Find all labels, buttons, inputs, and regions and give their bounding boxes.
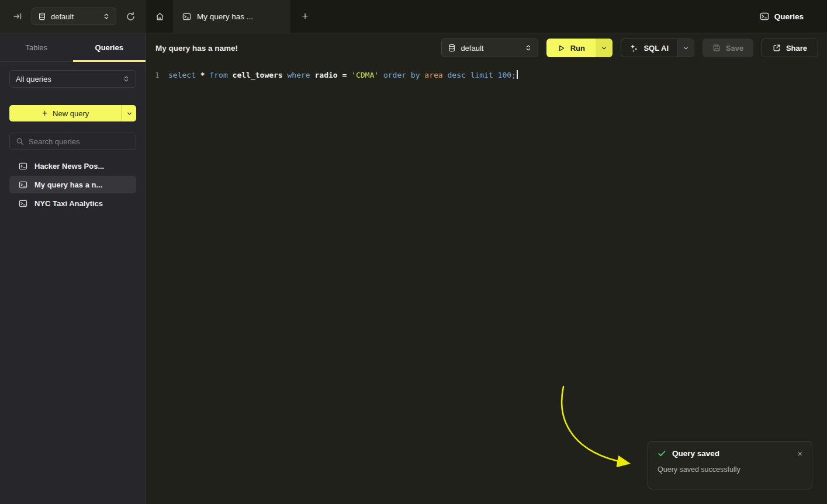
editor-database-selector[interactable]: default <box>441 39 538 57</box>
toast-message: Query saved successfully <box>658 465 802 474</box>
check-icon <box>658 449 666 458</box>
tab-queries[interactable]: Queries <box>73 33 146 61</box>
sql-editor[interactable]: 1 select * from cell_towers where radio … <box>146 62 827 179</box>
select-chevrons-icon <box>123 75 130 82</box>
toast-title: Query saved <box>672 449 788 458</box>
run-button[interactable]: Run <box>546 39 596 57</box>
query-search-input[interactable] <box>29 137 132 146</box>
new-query-split-button: + New query <box>9 105 136 121</box>
line-number: 1 <box>146 69 168 179</box>
query-filter-select[interactable]: All queries <box>9 70 136 88</box>
close-icon: × <box>797 449 802 458</box>
save-button-label: Save <box>726 44 743 53</box>
collapse-sidebar-icon <box>13 12 22 21</box>
sql-ai-dropdown-button[interactable] <box>677 39 694 57</box>
chevron-down-icon <box>683 45 689 51</box>
toolbar-controls: default Run <box>441 39 818 57</box>
select-chevrons-icon <box>103 13 110 20</box>
plus-icon: + <box>42 109 47 118</box>
query-list-item-label: NYC Taxi Analytics <box>34 199 103 208</box>
queries-indicator-label: Queries <box>774 12 804 21</box>
tab-strip: My query has ... + Queries <box>146 0 827 33</box>
query-list-item-label: My query has a n... <box>34 180 102 189</box>
save-button[interactable]: Save <box>703 39 753 57</box>
database-icon <box>448 44 456 52</box>
database-selector-value: default <box>51 12 98 21</box>
new-tab-button[interactable]: + <box>290 0 320 33</box>
terminal-icon <box>760 12 769 21</box>
new-query-button-label: New query <box>53 109 89 118</box>
share-icon <box>773 44 781 52</box>
sidebar: Tables Queries All queries + New query <box>0 33 146 504</box>
chevron-down-icon <box>601 45 607 51</box>
query-list-item[interactable]: Hacker News Pos... <box>9 157 136 175</box>
main-editor-panel: My query has a name! default <box>146 33 827 504</box>
query-list-item-label: Hacker News Pos... <box>34 162 104 171</box>
terminal-icon <box>19 180 27 189</box>
toast-notification: Query saved × Query saved successfully <box>648 441 812 489</box>
editor-toolbar: My query has a name! default <box>146 33 827 62</box>
new-query-dropdown-button[interactable] <box>122 105 136 121</box>
share-button[interactable]: Share <box>762 39 818 57</box>
sql-ai-button[interactable]: SQL AI <box>621 39 677 57</box>
collapse-sidebar-button[interactable] <box>11 9 25 23</box>
terminal-icon <box>182 12 191 21</box>
sparkles-icon <box>629 44 638 53</box>
tab-my-query[interactable]: My query has ... <box>173 0 290 33</box>
editor-database-selector-value: default <box>461 44 520 53</box>
sql-ai-split-button: SQL AI <box>621 39 694 57</box>
tab-label: My query has ... <box>197 12 253 21</box>
sidebar-content: All queries + New query <box>0 62 146 220</box>
terminal-icon <box>19 199 27 208</box>
refresh-button[interactable] <box>123 9 138 24</box>
query-list-item[interactable]: NYC Taxi Analytics <box>9 194 136 212</box>
run-split-button: Run <box>546 39 613 57</box>
query-filter-value: All queries <box>16 75 118 84</box>
terminal-icon <box>19 162 27 171</box>
topbar-left-section: default <box>0 0 146 33</box>
sidebar-tabs: Tables Queries <box>0 33 146 62</box>
play-icon <box>558 44 565 52</box>
query-list-item[interactable]: My query has a n... <box>9 176 136 193</box>
top-bar: default My query has ... <box>0 0 827 33</box>
refresh-icon <box>126 12 136 22</box>
sql-console-app: default My query has ... <box>0 0 827 504</box>
sql-ai-button-label: SQL AI <box>643 44 669 53</box>
tab-tables[interactable]: Tables <box>0 33 73 61</box>
select-chevrons-icon <box>525 44 532 51</box>
new-query-button[interactable]: + New query <box>9 105 122 121</box>
run-dropdown-button[interactable] <box>596 39 613 57</box>
home-button[interactable] <box>146 0 173 33</box>
new-tab-icon: + <box>302 10 308 22</box>
share-button-label: Share <box>786 44 807 53</box>
run-button-label: Run <box>570 44 585 53</box>
code-line-content: select * from cell_towers where radio = … <box>168 69 518 179</box>
query-search-box <box>9 133 136 150</box>
toast-close-button[interactable]: × <box>794 449 802 458</box>
search-icon <box>16 137 24 145</box>
save-icon <box>712 44 721 52</box>
database-selector[interactable]: default <box>32 8 116 25</box>
query-list: Hacker News Pos... My query has a n... N… <box>9 157 136 212</box>
chevron-down-icon <box>126 110 133 117</box>
queries-panel-toggle[interactable]: Queries <box>760 0 827 33</box>
toast-header: Query saved × <box>658 449 802 458</box>
query-title[interactable]: My query has a name! <box>155 44 238 53</box>
database-icon <box>38 12 46 20</box>
home-icon <box>155 12 165 22</box>
text-cursor <box>517 70 518 79</box>
